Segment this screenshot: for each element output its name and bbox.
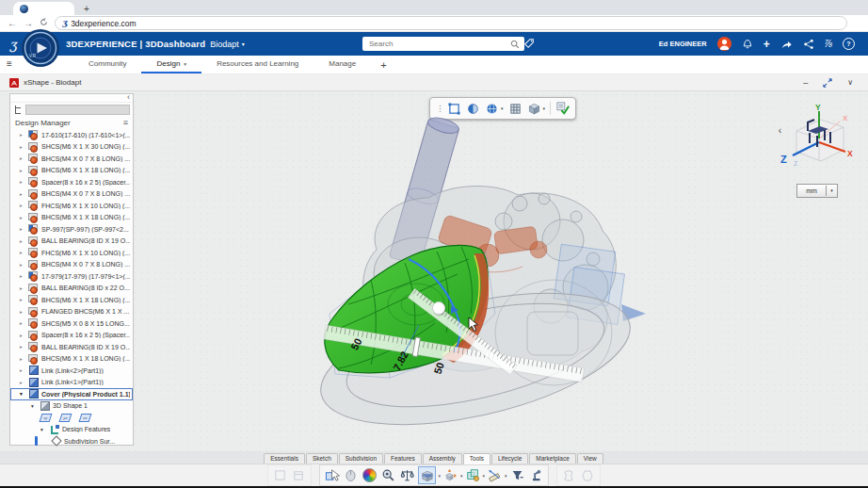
expand-widget-button[interactable] bbox=[823, 74, 832, 91]
tree-item[interactable]: ▸BHCS(M6 X 1 X 18 LONG) (... bbox=[10, 165, 133, 177]
tab-manage[interactable]: Manage bbox=[313, 56, 371, 73]
tree-item[interactable]: ▸BALL BEARING(8 ID X 19 O... bbox=[10, 236, 133, 248]
select-transform-icon[interactable] bbox=[324, 467, 340, 483]
expand-icon[interactable]: ▸ bbox=[20, 144, 25, 150]
dropdown-caret-icon[interactable]: ▾ bbox=[438, 473, 441, 479]
expand-icon[interactable]: ▸ bbox=[20, 155, 25, 161]
ribbon-tab-lifecycle[interactable]: Lifecycle bbox=[491, 453, 528, 464]
dashboard-switcher[interactable]: Biodapt ▾ bbox=[210, 40, 245, 49]
expand-icon[interactable]: ▸ bbox=[20, 285, 25, 291]
units-dropdown[interactable]: mm ▾ bbox=[796, 184, 838, 198]
collapse-icon[interactable]: ▾ bbox=[40, 427, 46, 432]
xy-plane-icon[interactable]: xy bbox=[40, 414, 53, 422]
ribbon-tab-assembly[interactable]: Assembly bbox=[423, 453, 462, 464]
search-icon[interactable] bbox=[510, 40, 520, 49]
minimize-widget-button[interactable]: – bbox=[803, 78, 808, 88]
global-search[interactable] bbox=[362, 37, 524, 51]
tab-community[interactable]: Community bbox=[73, 56, 141, 73]
tag-icon[interactable] bbox=[523, 38, 535, 49]
tree-item[interactable]: ▸Spacer(8 x 16 x 2 5) (Spacer... bbox=[10, 176, 133, 188]
expand-icon[interactable]: ▸ bbox=[20, 297, 25, 302]
collapse-icon[interactable]: ▾ bbox=[20, 391, 25, 397]
ribbon-tab-features[interactable]: Features bbox=[384, 453, 422, 464]
tree-item-subdivision[interactable]: Subdivision Sur... bbox=[10, 435, 133, 447]
tree-item[interactable]: ▸FHCS(M6 X 1 X 10 LONG) (... bbox=[10, 247, 133, 259]
3d-model[interactable]: 50 7.82 50 bbox=[311, 108, 650, 447]
expand-icon[interactable]: ▸ bbox=[20, 168, 25, 173]
url-field[interactable]: ʒ 3dexperience.com bbox=[55, 16, 847, 30]
network-icon[interactable] bbox=[803, 39, 814, 50]
tree-item[interactable]: ▸BHCS(M6 X 1 X 18 LONG) (... bbox=[10, 212, 133, 224]
expand-icon[interactable]: ▸ bbox=[20, 203, 25, 208]
ribbon-tab-essentials[interactable]: Essentials bbox=[264, 453, 305, 464]
exploded-view-icon[interactable] bbox=[442, 467, 458, 483]
tree-item[interactable]: ▸BALL BEARING(8 ID X 19 O... bbox=[10, 341, 133, 353]
user-avatar[interactable] bbox=[717, 37, 731, 51]
expand-icon[interactable]: ▸ bbox=[20, 344, 25, 350]
back-button[interactable]: ← bbox=[8, 16, 17, 30]
zoom-options-icon[interactable] bbox=[380, 467, 396, 483]
collapse-icon[interactable]: ▾ bbox=[31, 403, 37, 409]
robot-arm-icon[interactable] bbox=[528, 467, 544, 483]
search-input[interactable] bbox=[367, 39, 510, 49]
tree-item[interactable]: ▸BHCS(M4 X 0 7 X 8 LONG) ... bbox=[10, 188, 133, 201]
tree-item[interactable]: ▸FLANGED BHCS(M6 X 1 X ... bbox=[10, 306, 133, 318]
user-name[interactable]: Ed ENGINEER bbox=[659, 40, 707, 48]
ribbon-tab-sketch[interactable]: Sketch bbox=[306, 453, 338, 464]
expand-icon[interactable]: ▸ bbox=[20, 273, 25, 279]
tree-item[interactable]: ▸17-979(17-979) (17-979<1>(... bbox=[10, 270, 133, 283]
widgets-icon[interactable]: ⅞ bbox=[825, 39, 832, 49]
tree-item[interactable]: ▸BHCS(M4 X 0 7 X 8 LONG) ... bbox=[10, 259, 133, 271]
add-content-button[interactable]: + bbox=[764, 39, 770, 50]
tree-item[interactable]: ▸BHCS(M6 X 1 X 18 LONG) (... bbox=[10, 294, 133, 306]
expand-icon[interactable]: ▸ bbox=[20, 250, 25, 255]
expand-icon[interactable]: ▸ bbox=[20, 309, 25, 315]
expand-icon[interactable]: ▸ bbox=[20, 191, 25, 197]
color-wheel-icon[interactable] bbox=[362, 467, 378, 483]
expand-icon[interactable]: ▸ bbox=[20, 215, 25, 220]
duplicate-icon[interactable] bbox=[465, 467, 481, 483]
expand-icon[interactable]: ▸ bbox=[20, 356, 25, 362]
hamburger-menu-icon[interactable]: ≡ bbox=[7, 58, 12, 69]
help-icon[interactable]: ? bbox=[843, 38, 855, 50]
yz-plane-icon[interactable]: yz bbox=[59, 414, 72, 422]
tree-item[interactable]: ▸Spacer(8 x 16 x 2 5) (Spacer... bbox=[10, 330, 133, 342]
expand-icon[interactable]: ▸ bbox=[20, 238, 25, 244]
expand-icon[interactable]: ▸ bbox=[20, 262, 25, 268]
tree-item[interactable]: ▸FHCS(M6 X 1 X 10 LONG) (... bbox=[10, 200, 133, 212]
tree-item[interactable]: ▸Link (Link<1>(Part1)) bbox=[10, 377, 133, 389]
new-tab-button[interactable]: + bbox=[84, 3, 89, 15]
tree-item[interactable]: ▸Link (Link<2>(Part1)) bbox=[10, 365, 133, 377]
expand-icon[interactable]: ▸ bbox=[20, 320, 25, 326]
viewport-area[interactable]: ‹ Design Manager ≡ ▸17-610(17-610) (17-6… bbox=[0, 91, 868, 451]
tree-item[interactable]: ▸SP-997(SP-997) (SP-997<2... bbox=[10, 223, 133, 236]
bell-icon[interactable] bbox=[742, 39, 753, 50]
expand-icon[interactable]: ▸ bbox=[20, 333, 25, 338]
tree-item[interactable]: ▸BHCS(M6 X 1 X 18 LONG) (... bbox=[10, 353, 133, 366]
dropdown-caret-icon[interactable]: ▾ bbox=[460, 473, 463, 479]
panel-menu-icon[interactable]: ≡ bbox=[123, 118, 128, 127]
tree-filter-field[interactable] bbox=[25, 105, 130, 115]
tree-item[interactable]: ▸BALL BEARING(8 ID x 22 O... bbox=[10, 283, 133, 295]
dropdown-caret-icon[interactable]: ▾ bbox=[505, 473, 507, 479]
expand-icon[interactable]: ▸ bbox=[20, 132, 25, 138]
ribbon-tab-view[interactable]: View bbox=[577, 453, 603, 464]
zx-plane-icon[interactable]: zx bbox=[79, 414, 92, 422]
ribbon-tab-tools[interactable]: Tools bbox=[463, 453, 490, 464]
3dexperience-compass-logo[interactable]: V.R bbox=[21, 28, 60, 68]
expand-icon[interactable]: ▸ bbox=[20, 226, 25, 232]
dropdown-caret-icon[interactable]: ▾ bbox=[483, 473, 486, 479]
mouse-settings-icon[interactable] bbox=[343, 467, 359, 483]
add-dashboard-tab-button[interactable]: + bbox=[371, 56, 395, 73]
tab-resources[interactable]: Resources and Learning bbox=[201, 56, 313, 73]
section-view-icon[interactable] bbox=[418, 466, 436, 484]
expand-icon[interactable]: ▸ bbox=[20, 367, 25, 373]
share-icon[interactable] bbox=[780, 39, 793, 50]
expand-icon[interactable]: ▸ bbox=[20, 179, 25, 185]
tab-design[interactable]: Design▾ bbox=[141, 56, 201, 73]
tree-item[interactable]: ▸SHCS(M5 X 0 8 X 15 LONG... bbox=[10, 317, 133, 330]
tree-item-features[interactable]: ▾Design Features bbox=[10, 424, 133, 436]
tree-item[interactable]: ▸BHCS(M4 X 0 7 X 8 LONG) ... bbox=[10, 153, 133, 165]
tree-view-icon[interactable] bbox=[13, 106, 23, 115]
measure-ruler-icon[interactable] bbox=[487, 467, 503, 483]
